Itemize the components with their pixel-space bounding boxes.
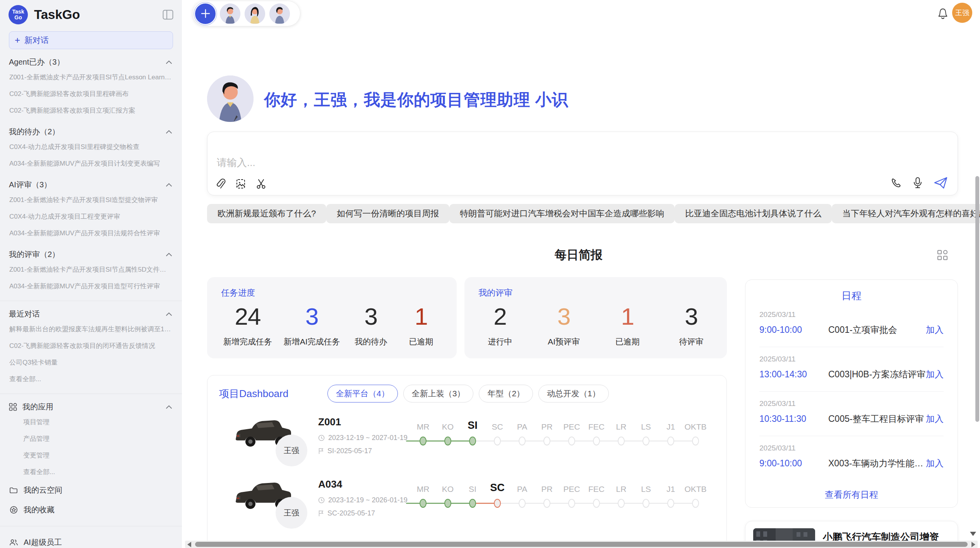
milestone-label-MR: MR — [411, 422, 435, 432]
cloud-space-label: 我的云空间 — [24, 485, 62, 495]
schedule-join-link[interactable]: 加入 — [926, 457, 944, 469]
milestone-dot-FEC[interactable] — [593, 437, 600, 445]
sidebar-task-item[interactable]: Z001-全新燃油轻卡产品开发项目SI造型提交物评审 — [9, 192, 173, 208]
sidebar-section-header[interactable]: Agent已办（3） — [9, 57, 172, 67]
agent-avatar[interactable] — [269, 3, 290, 24]
project-row[interactable]: 王强 A034 2023-12-19 ~ 2026-01-19 SC-2025-… — [207, 475, 726, 538]
app-item-product-mgmt[interactable]: 产品管理 — [23, 430, 173, 447]
milestone-dot-LS[interactable] — [642, 499, 649, 508]
milestone-dot-LS[interactable] — [642, 437, 649, 445]
app-item-project-mgmt[interactable]: 项目管理 — [23, 414, 173, 430]
milestone-dot-MR[interactable] — [420, 437, 427, 445]
stat-value: 3 — [351, 303, 390, 330]
sidebar-section-header[interactable]: 我的评审（2） — [9, 249, 172, 260]
milestone-dot-PEC[interactable] — [568, 437, 575, 445]
milestone-label-SC: SC — [485, 482, 510, 494]
recent-chat-item[interactable]: 解释最新出台的欧盟报废车法规再生塑料比例被调至15%... — [9, 321, 173, 337]
milestone-dot-KO[interactable] — [444, 499, 451, 508]
suggestion-chip[interactable]: 如何写一份清晰的项目周报 — [326, 204, 449, 223]
sidebar-section-apps-header[interactable]: 我的应用 — [9, 402, 172, 412]
scissors-icon[interactable] — [255, 178, 267, 190]
chat-input[interactable]: 请输入... — [207, 132, 958, 195]
milestone-dot-MR[interactable] — [420, 499, 427, 508]
schedule-join-link[interactable]: 加入 — [926, 368, 944, 380]
schedule-view-all-link[interactable]: 查看所有日程 — [759, 480, 944, 508]
attach-icon[interactable] — [215, 178, 226, 190]
microphone-icon[interactable] — [913, 177, 923, 189]
milestone-dot-SI[interactable] — [469, 499, 476, 508]
sidebar-task-item[interactable]: C02-飞腾新能源轻客改款项目里程碑画布 — [9, 86, 173, 102]
milestone-dot-J1[interactable] — [667, 499, 674, 508]
milestone-label-OKTB: OKTB — [683, 422, 708, 432]
scroll-left-arrow[interactable] — [187, 542, 191, 547]
user-avatar[interactable]: 王强 — [952, 3, 972, 23]
sidebar-task-item[interactable]: Z001-全新燃油皮卡产品开发项目SI节点Lesson Learn报告 — [9, 69, 173, 86]
milestone-dot-SC[interactable] — [494, 499, 501, 508]
sidebar-task-item[interactable]: C0X4-动力总成开发项目工程变更评审 — [9, 208, 173, 225]
sidebar-task-item[interactable]: C0X4-动力总成开发项目SI里程碑提交物检查 — [9, 139, 173, 155]
dashboard-filter[interactable]: 年型（2） — [479, 385, 533, 402]
schedule-event-name: C005-整车工程目标评审 — [828, 413, 926, 425]
milestone-dot-OKTB[interactable] — [692, 437, 699, 445]
horizontal-scrollbar-thumb[interactable] — [195, 542, 968, 547]
dashboard-filter[interactable]: 全新上装（3） — [403, 385, 474, 402]
recent-view-all-link[interactable]: 查看全部... — [9, 371, 173, 387]
milestone-dot-PA[interactable] — [519, 499, 526, 508]
milestone-dot-FEC[interactable] — [593, 499, 600, 508]
layout-grid-icon[interactable] — [937, 249, 948, 262]
notification-bell-icon[interactable] — [937, 8, 948, 21]
milestone-dot-SI[interactable] — [469, 437, 476, 445]
sidebar-item-ai-super-staff[interactable]: AI超级员工 — [9, 533, 173, 548]
milestone-dot-J1[interactable] — [667, 437, 674, 445]
suggestion-chip[interactable]: 特朗普可能对进口汽车增税会对中国车企造成哪些影响 — [449, 204, 675, 223]
send-icon[interactable] — [934, 176, 948, 190]
milestone-dot-LR[interactable] — [618, 437, 625, 445]
milestone-label-PEC: PEC — [559, 422, 584, 432]
milestone-dot-PEC[interactable] — [568, 499, 575, 508]
milestone-dot-OKTB[interactable] — [692, 499, 699, 508]
sidebar-task-item[interactable]: A034-全新新能源MUV产品开发项目造型可行性评审 — [9, 278, 173, 295]
schedule-date: 2025/03/11 — [759, 310, 944, 319]
sidebar-task-item[interactable]: A034-全新新能源MUV产品开发项目计划变更表编写 — [9, 155, 173, 172]
sidebar-section-header[interactable]: 我的待办（2） — [9, 127, 172, 137]
milestone-dot-PR[interactable] — [543, 499, 550, 508]
milestone-dot-PA[interactable] — [519, 437, 526, 445]
recent-chat-item[interactable]: C02-飞腾新能源轻客改款项目的闭环通告反馈情况 — [9, 337, 173, 354]
agent-avatar[interactable] — [220, 3, 240, 24]
milestone-dot-PR[interactable] — [543, 437, 550, 445]
sidebar-collapse-icon[interactable] — [163, 10, 173, 20]
scroll-down-arrow[interactable] — [970, 532, 976, 536]
add-agent-button[interactable] — [195, 3, 216, 24]
phone-icon[interactable] — [890, 177, 902, 189]
project-row[interactable]: 王强 Z001 2023-12-19 ~ 2027-01-19 SI-2025-… — [207, 413, 726, 475]
milestone-dot-SC[interactable] — [494, 437, 501, 445]
apps-view-all-link[interactable]: 查看全部... — [23, 464, 173, 480]
app-item-change-mgmt[interactable]: 变更管理 — [23, 447, 173, 464]
sidebar-item-cloud-space[interactable]: 我的云空间 — [9, 480, 173, 500]
suggestion-chip[interactable]: 比亚迪全固态电池计划具体说了什么 — [675, 204, 832, 223]
project-dates: 2023-12-19 ~ 2027-01-19 — [328, 434, 408, 442]
sidebar-task-item[interactable]: C02-飞腾新能源轻客改款项目立项汇报方案 — [9, 102, 173, 119]
dashboard-filter[interactable]: 全新平台（4） — [327, 385, 398, 402]
scroll-right-arrow[interactable] — [971, 542, 975, 547]
suggestion-chip[interactable]: 欧洲新规最近颁布了什么? — [207, 204, 326, 223]
agent-avatar[interactable] — [245, 3, 265, 24]
new-chat-button[interactable]: + 新对话 — [9, 31, 173, 49]
schedule-join-link[interactable]: 加入 — [926, 413, 944, 425]
ai-super-staff-label: AI超级员工 — [24, 537, 62, 548]
vertical-scrollbar[interactable] — [975, 176, 979, 422]
recent-chat-item[interactable]: 公司Q3轻卡销量 — [9, 354, 173, 371]
suggestion-chip[interactable]: 当下年轻人对汽车外观有怎样的喜好趋势 — [832, 204, 980, 223]
schedule-join-link[interactable]: 加入 — [926, 324, 944, 336]
chevron-up-icon — [166, 183, 172, 187]
sidebar-task-item[interactable]: Z001-全新燃油轻卡产品开发项目SI节点属性5D文件评审 — [9, 261, 173, 278]
milestone-dot-KO[interactable] — [444, 437, 451, 445]
sidebar-section-recent-header[interactable]: 最近对话 — [9, 309, 172, 319]
sidebar-section-header[interactable]: AI评审（3） — [9, 180, 172, 190]
image-icon[interactable] — [235, 178, 246, 190]
sidebar-item-favorites[interactable]: 我的收藏 — [9, 500, 173, 520]
sidebar-task-item[interactable]: A034-全新新能源MUV产品开发项目法规符合性评审 — [9, 225, 173, 241]
milestone-label-PR: PR — [535, 485, 559, 494]
milestone-dot-LR[interactable] — [618, 499, 625, 508]
dashboard-filter[interactable]: 动总开发（1） — [538, 385, 609, 402]
